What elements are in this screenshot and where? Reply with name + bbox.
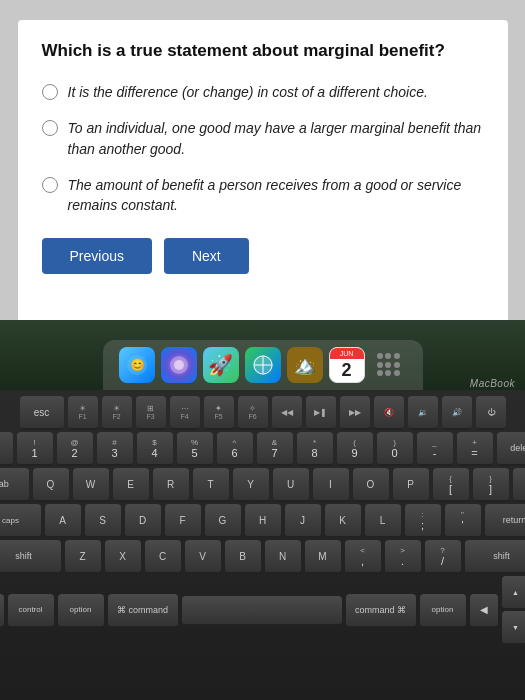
key-f4[interactable]: ⋯ F4 [170,396,200,430]
key-9[interactable]: ( 9 [337,432,373,466]
key-q[interactable]: Q [33,468,69,502]
key-arrow-left[interactable]: ◀ [470,594,498,628]
key-d[interactable]: D [125,504,161,538]
keyboard-area: esc ☀ F1 ☀ F2 ⊞ F3 ⋯ F4 ✦ F5 ✧ F6 ◀◀ [0,390,525,700]
key-w[interactable]: W [73,468,109,502]
safari-dock-icon[interactable] [245,347,281,383]
key-p[interactable]: P [393,468,429,502]
key-y[interactable]: Y [233,468,269,502]
option-row-3[interactable]: The amount of benefit a person receives … [42,175,484,216]
dots-grid [371,347,407,383]
key-ctrl[interactable]: control [8,594,54,628]
key-b[interactable]: B [225,540,261,574]
key-5[interactable]: % 5 [177,432,213,466]
key-arrow-up[interactable]: ▲ [502,576,526,610]
key-m[interactable]: M [305,540,341,574]
key-arrow-down[interactable]: ▼ [502,611,526,645]
finder-dock-icon[interactable]: 😊 [119,347,155,383]
key-e[interactable]: E [113,468,149,502]
key-cmd-right[interactable]: command ⌘ [346,594,416,628]
key-l[interactable]: L [365,504,401,538]
keyboard-row-fn: esc ☀ F1 ☀ F2 ⊞ F3 ⋯ F4 ✦ F5 ✧ F6 ◀◀ [20,396,506,430]
key-f6[interactable]: ✧ F6 [238,396,268,430]
option-text-1: It is the difference (or change) in cost… [68,82,428,102]
key-x[interactable]: X [105,540,141,574]
key-i[interactable]: I [313,468,349,502]
keyboard-row-numbers: ~ ` ! 1 @ 2 # 3 $ 4 % 5 ^ 6 & 7 [0,432,525,466]
key-equals[interactable]: + = [457,432,493,466]
key-quote[interactable]: " ' [445,504,481,538]
option-radio-3[interactable] [42,177,58,193]
next-button[interactable]: Next [164,238,249,274]
key-tab[interactable]: tab [0,468,29,502]
key-u[interactable]: U [273,468,309,502]
question-title: Which is a true statement about marginal… [42,40,484,62]
key-0[interactable]: ) 0 [377,432,413,466]
key-3[interactable]: # 3 [97,432,133,466]
key-backslash[interactable]: | \ [513,468,526,502]
key-caps[interactable]: caps [0,504,41,538]
key-semicolon[interactable]: : ; [405,504,441,538]
key-h[interactable]: H [245,504,281,538]
key-shift-right[interactable]: shift [465,540,526,574]
key-n[interactable]: N [265,540,301,574]
key-f[interactable]: F [165,504,201,538]
key-f3[interactable]: ⊞ F3 [136,396,166,430]
key-2[interactable]: @ 2 [57,432,93,466]
key-f7[interactable]: ◀◀ [272,396,302,430]
apps-grid-dock-icon[interactable] [371,347,407,383]
key-8[interactable]: * 8 [297,432,333,466]
key-f2[interactable]: ☀ F2 [102,396,132,430]
key-delete[interactable]: delete [497,432,526,466]
option-text-3: The amount of benefit a person receives … [68,175,484,216]
key-bracket-left[interactable]: { [ [433,468,469,502]
key-period[interactable]: > . [385,540,421,574]
siri-dock-icon[interactable] [161,347,197,383]
key-option-right[interactable]: option [420,594,466,628]
option-row-1[interactable]: It is the difference (or change) in cost… [42,82,484,102]
key-7[interactable]: & 7 [257,432,293,466]
previous-button[interactable]: Previous [42,238,152,274]
key-t[interactable]: T [193,468,229,502]
calendar-dock-icon[interactable]: JUN 2 [329,347,365,383]
launchpad-dock-icon[interactable]: 🚀 [203,347,239,383]
option-row-2[interactable]: To an individual, one good may have a la… [42,118,484,159]
key-s[interactable]: S [85,504,121,538]
key-esc[interactable]: esc [20,396,64,430]
key-j[interactable]: J [285,504,321,538]
key-v[interactable]: V [185,540,221,574]
key-g[interactable]: G [205,504,241,538]
key-a[interactable]: A [45,504,81,538]
key-f8[interactable]: ▶❚ [306,396,336,430]
key-z[interactable]: Z [65,540,101,574]
key-tilde[interactable]: ~ ` [0,432,13,466]
button-row: Previous Next [42,238,484,274]
key-option-left[interactable]: option [58,594,104,628]
key-fn[interactable]: fn [0,594,4,628]
key-c[interactable]: C [145,540,181,574]
key-1[interactable]: ! 1 [17,432,53,466]
key-minus[interactable]: _ - [417,432,453,466]
key-f12[interactable]: 🔊 [442,396,472,430]
key-f1[interactable]: ☀ F1 [68,396,98,430]
key-bracket-right[interactable]: } ] [473,468,509,502]
key-shift-left[interactable]: shift [0,540,61,574]
key-f11[interactable]: 🔉 [408,396,438,430]
key-f10[interactable]: 🔇 [374,396,404,430]
key-space[interactable] [182,596,342,626]
key-comma[interactable]: < , [345,540,381,574]
key-slash[interactable]: ? / [425,540,461,574]
key-return[interactable]: return [485,504,526,538]
photos-dock-icon[interactable]: 🏔️ [287,347,323,383]
key-r[interactable]: R [153,468,189,502]
key-f9[interactable]: ▶▶ [340,396,370,430]
option-radio-1[interactable] [42,84,58,100]
key-f5[interactable]: ✦ F5 [204,396,234,430]
key-power[interactable]: ⏻ [476,396,506,430]
key-cmd-left[interactable]: ⌘ command [108,594,178,628]
option-radio-2[interactable] [42,120,58,136]
key-k[interactable]: K [325,504,361,538]
key-4[interactable]: $ 4 [137,432,173,466]
key-o[interactable]: O [353,468,389,502]
key-6[interactable]: ^ 6 [217,432,253,466]
